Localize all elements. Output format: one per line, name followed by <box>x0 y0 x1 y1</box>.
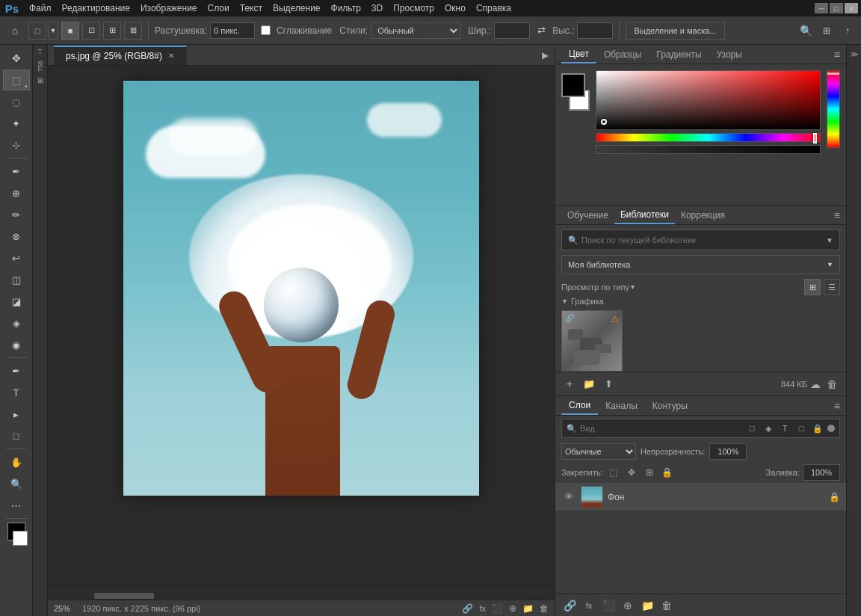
layer-filter-pixel-btn[interactable]: □ <box>745 422 759 435</box>
panel-toggle-2[interactable]: 756 <box>37 61 44 72</box>
fx-badge[interactable]: fx <box>479 604 486 613</box>
tab-arrow-right[interactable]: ▶ <box>542 50 549 61</box>
canvas-viewport[interactable] <box>48 66 555 591</box>
layers-delete-button[interactable]: 🗑 <box>658 597 675 614</box>
crop-tool-left[interactable]: ⊹ <box>3 135 30 155</box>
color-panel-menu-icon[interactable]: ≡ <box>834 49 840 61</box>
layers-panel-menu-icon[interactable]: ≡ <box>834 400 840 412</box>
panel-toggle-3[interactable]: ⊞ <box>37 76 43 84</box>
layers-search-input[interactable] <box>580 424 742 433</box>
opacity-input[interactable] <box>709 443 747 460</box>
right-strip-btn-1[interactable]: ≫ <box>851 50 858 58</box>
extra-tools-button[interactable]: ⋯ <box>3 495 30 516</box>
spot-heal-tool[interactable]: ⊕ <box>3 182 30 203</box>
menu-item-edit[interactable]: Редактирование <box>57 1 135 15</box>
eyedropper-tool[interactable]: ✒ <box>3 161 30 182</box>
eraser-tool[interactable]: ◫ <box>3 269 30 290</box>
height-input[interactable] <box>577 22 613 39</box>
library-add-button[interactable]: + <box>561 376 578 392</box>
graphics-section-header[interactable]: ▼ Графика <box>561 297 840 306</box>
gradients-tab[interactable]: Градиенты <box>649 46 709 63</box>
lock-pixels-btn[interactable]: ⬚ <box>606 465 621 480</box>
zoom-tool[interactable]: 🔍 <box>3 473 30 494</box>
path-select-tool[interactable]: ▸ <box>3 404 30 425</box>
lock-artboard-btn[interactable]: ⊞ <box>642 465 657 480</box>
layers-folder-button[interactable]: 📁 <box>639 597 655 614</box>
smooth-checkbox[interactable] <box>261 25 271 35</box>
wand-tool[interactable]: ✦ <box>3 113 30 134</box>
type-tool[interactable]: T <box>3 382 30 403</box>
minimize-button[interactable]: ─ <box>815 3 828 13</box>
shape-tool[interactable]: □ <box>3 425 30 446</box>
menu-item-layers[interactable]: Слои <box>203 1 235 15</box>
selection-marquee-tool[interactable]: ⬚▸ <box>3 70 30 90</box>
gradient-tool[interactable]: ◪ <box>3 291 30 312</box>
fill-input[interactable] <box>803 464 840 481</box>
feather-input[interactable] <box>210 22 255 39</box>
adjustment-icon[interactable]: ⊕ <box>509 603 516 614</box>
link-icon[interactable]: 🔗 <box>462 603 473 614</box>
mask-button[interactable]: Выделение и маска... <box>626 22 724 40</box>
panel-toggle-1[interactable]: ⊤ <box>37 48 43 56</box>
list-view-button[interactable]: ☰ <box>824 279 840 295</box>
library-search-input[interactable] <box>581 235 823 244</box>
view-by-label[interactable]: Просмотр по типу <box>561 283 629 292</box>
move-tool[interactable]: ✥ <box>3 48 30 69</box>
swatches-tab[interactable]: Образцы <box>596 46 649 63</box>
layers-tab-active[interactable]: Слои <box>561 397 598 415</box>
layers-link-button[interactable]: 🔗 <box>561 597 578 614</box>
selection-dropdown-button[interactable]: ▼ <box>48 22 58 40</box>
layer-filter-adjust-btn[interactable]: ◈ <box>762 422 775 435</box>
paths-tab[interactable]: Контуры <box>645 398 695 414</box>
width-input[interactable] <box>494 22 530 39</box>
transform-tool[interactable]: ⊡ <box>82 22 100 40</box>
folder-icon[interactable]: 📁 <box>522 603 534 614</box>
menu-item-filter[interactable]: Фильтр <box>326 1 366 15</box>
color-tab[interactable]: Цвет <box>561 46 596 64</box>
blend-mode-select[interactable]: Обычные <box>561 443 636 460</box>
share-button[interactable]: ↑ <box>839 22 857 40</box>
learn-tab[interactable]: Обучение <box>561 207 614 224</box>
square-tool[interactable]: ■ <box>61 22 79 40</box>
menu-item-view[interactable]: Просмотр <box>388 1 439 15</box>
patterns-tab[interactable]: Узоры <box>709 46 750 63</box>
brush-tool[interactable]: ✏ <box>3 204 30 225</box>
home-button[interactable]: ⌂ <box>4 20 25 41</box>
crop-tool[interactable]: ⊞ <box>103 22 121 40</box>
blur-tool[interactable]: ◈ <box>3 312 30 333</box>
layer-filter-text-btn[interactable]: T <box>778 422 791 435</box>
tab-close-icon[interactable]: ✕ <box>168 52 174 60</box>
layers-fx-button[interactable]: fx <box>581 597 597 614</box>
color-spectrum[interactable] <box>827 70 840 148</box>
layer-row-bg[interactable]: 👁 Фон 🔒 <box>555 483 846 511</box>
layers-adjustment-button[interactable]: ⊕ <box>620 597 636 614</box>
layer-filter-shape-btn[interactable]: □ <box>794 422 808 435</box>
mask-layer-icon[interactable]: ⬛ <box>492 603 503 614</box>
library-delete-button[interactable]: 🗑 <box>824 376 840 392</box>
channels-tab[interactable]: Каналы <box>598 398 645 414</box>
menu-item-select[interactable]: Выделение <box>268 1 326 15</box>
library-folder-button[interactable]: 📁 <box>581 376 597 392</box>
extra-tool[interactable]: ⊠ <box>124 22 142 40</box>
stamp-tool[interactable]: ⊗ <box>3 226 30 247</box>
library-cloud-icon[interactable]: ☁ <box>810 378 821 390</box>
library-item-rocks[interactable]: ⚠ 🔗 <box>561 310 623 372</box>
foreground-swatch-large[interactable] <box>561 73 585 97</box>
menu-item-file[interactable]: Файл <box>24 1 57 15</box>
library-search-dropdown-icon[interactable]: ▼ <box>826 236 833 244</box>
layer-visibility-eye[interactable]: 👁 <box>561 490 576 505</box>
layers-mask-button[interactable]: ⬛ <box>600 597 617 614</box>
canvas-image[interactable] <box>123 81 479 496</box>
menu-item-text[interactable]: Текст <box>235 1 268 15</box>
background-color-swatch[interactable] <box>13 531 28 546</box>
canvas-tab-active[interactable]: ps.jpg @ 25% (RGB/8#) ✕ <box>54 46 187 65</box>
close-button[interactable]: ✕ <box>845 3 858 13</box>
layer-filter-smart-btn[interactable]: 🔒 <box>811 422 824 435</box>
color-gradient-box[interactable] <box>596 70 821 130</box>
search-button[interactable]: 🔍 <box>797 22 815 40</box>
workspace-button[interactable]: ⊞ <box>818 22 836 40</box>
alpha-slider[interactable] <box>596 145 821 154</box>
maximize-button[interactable]: □ <box>830 3 843 13</box>
libraries-tab-active[interactable]: Библиотеки <box>614 206 675 224</box>
library-import-button[interactable]: ⬆ <box>600 376 617 392</box>
